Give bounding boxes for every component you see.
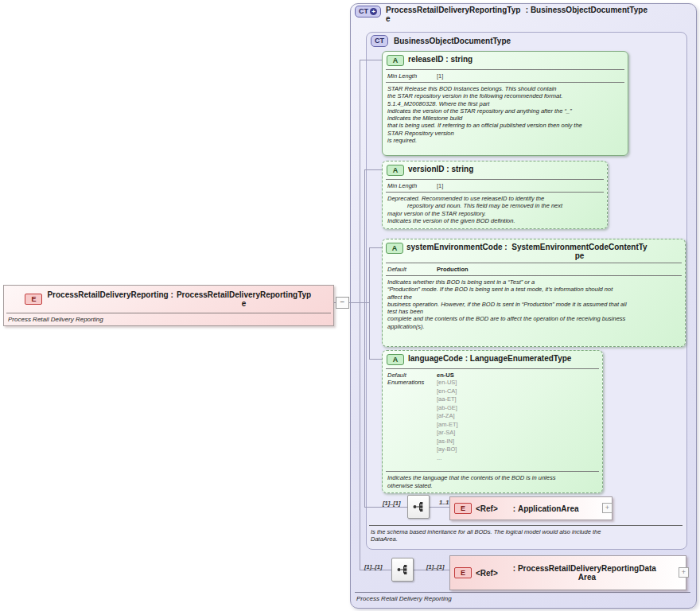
outer-type-base: BusinessObjectDocumentType — [531, 6, 648, 14]
divider — [386, 179, 604, 180]
attribute-icon: A — [387, 55, 404, 66]
attribute-box-release-id[interactable]: A releaseIDstring Min Length [1] STAR Re… — [382, 51, 628, 156]
element-icon: E — [454, 503, 472, 514]
connector-line — [428, 507, 449, 508]
connector-line — [364, 507, 407, 508]
attribute-title: languageCodeLanguageEnumeratedType — [408, 354, 571, 363]
element-box-process-retail-delivery-reporting-data-area[interactable]: E <Ref> ProcessRetailDeliveryReportingDa… — [449, 555, 686, 590]
connector-line — [364, 169, 365, 508]
connector-line — [360, 60, 360, 570]
attribute-box-language-code[interactable]: A languageCodeLanguageEnumeratedType Def… — [382, 350, 603, 493]
divider — [355, 592, 690, 593]
attribute-annotation: STAR Release this BOD Instances belongs.… — [383, 84, 628, 146]
cardinality-label: [1]..[1] — [383, 500, 401, 507]
sequence-icon[interactable] — [407, 495, 430, 519]
element-box-process-retail-delivery-reporting[interactable]: E ProcessRetailDeliveryReportingProcessR… — [3, 285, 334, 326]
cardinality-label: [1]..[1] — [364, 563, 383, 570]
divider — [386, 263, 682, 263]
expand-button[interactable]: + — [679, 567, 689, 578]
element-box-application-area[interactable]: E <Ref> ApplicationArea — [449, 496, 612, 520]
connector-line — [369, 359, 382, 360]
element-ref-label: <Ref> — [476, 569, 498, 578]
attribute-box-system-environment-code[interactable]: A systemEnvironmentCodeSystemEnvironment… — [382, 239, 686, 347]
element-icon: E — [454, 567, 472, 578]
connector-line — [369, 247, 370, 359]
divider — [386, 368, 599, 369]
attribute-title: systemEnvironmentCodeSystemEnvironmentCo… — [406, 243, 649, 260]
divider — [386, 69, 624, 70]
attribute-annotation: Indicates whether this BOD is being sent… — [383, 277, 685, 332]
root-element-title: ProcessRetailDeliveryReportingProcessRet… — [47, 290, 312, 308]
outer-type-annotation: Process Retail Delivery Reporting — [356, 595, 690, 602]
root-element-annotation: Process Retail Delivery Reporting — [4, 313, 333, 325]
attribute-annotation: Indicates the language that the contents… — [383, 473, 602, 492]
element-type: ProcessRetailDeliveryReportingDataArea — [513, 564, 656, 582]
inner-type-annotation: Is the schema based inheritance for all … — [371, 528, 682, 543]
complex-type-derived-icon: CT+ — [355, 6, 381, 18]
attribute-title: releaseIDstring — [408, 55, 472, 64]
root-element-header: E ProcessRetailDeliveryReportingProcessR… — [4, 286, 333, 313]
divider — [386, 275, 682, 276]
attribute-icon: A — [386, 243, 403, 254]
attribute-title: versionIDstring — [408, 165, 473, 173]
outer-type-name: ProcessRetailDeliveryReportingType — [386, 6, 523, 23]
inner-type-header: CT BusinessObjectDocumentType — [371, 35, 511, 47]
connector-line — [360, 60, 382, 60]
outer-type-title: ProcessRetailDeliveryReportingTypeBusine… — [386, 6, 648, 23]
divider — [386, 192, 604, 193]
plus-badge-icon: + — [370, 8, 377, 15]
inner-type-name: BusinessObjectDocumentType — [394, 37, 511, 45]
facet-row: Default Production — [383, 264, 685, 274]
facet-rows: Default en-US Enumerations [en-US] [en-C… — [383, 370, 602, 464]
attribute-icon: A — [387, 354, 404, 365]
element-icon: E — [25, 294, 42, 305]
element-type: ApplicationArea — [513, 504, 579, 513]
complex-type-icon: CT — [371, 35, 388, 47]
element-ref-label: <Ref> — [476, 504, 498, 513]
connector-line — [369, 247, 382, 248]
attribute-annotation: Deprecated. Recommended to use releaseID… — [383, 193, 607, 226]
expand-button[interactable]: + — [602, 503, 612, 513]
attribute-box-version-id[interactable]: A versionIDstring Min Length [1] Depreca… — [382, 161, 608, 229]
cardinality-label: [1]..[1] — [426, 563, 445, 570]
connector-line — [364, 169, 382, 170]
schema-diagram-canvas: CT+ ProcessRetailDeliveryReportingTypeBu… — [0, 0, 700, 611]
divider — [386, 471, 599, 472]
enumeration-list: [en-US] [en-CA] [aa-ET] [ab-GE] [af-ZA] … — [437, 379, 597, 462]
attribute-icon: A — [387, 165, 404, 176]
collapse-button[interactable]: − — [336, 297, 349, 309]
divider — [386, 82, 624, 83]
cardinality-label: 1..1 — [439, 499, 449, 506]
facet-row: Min Length [1] — [383, 71, 628, 81]
sequence-icon[interactable] — [391, 558, 414, 582]
divider — [369, 525, 682, 526]
facet-row: Min Length [1] — [383, 181, 607, 191]
outer-type-header: CT+ ProcessRetailDeliveryReportingTypeBu… — [355, 6, 692, 23]
